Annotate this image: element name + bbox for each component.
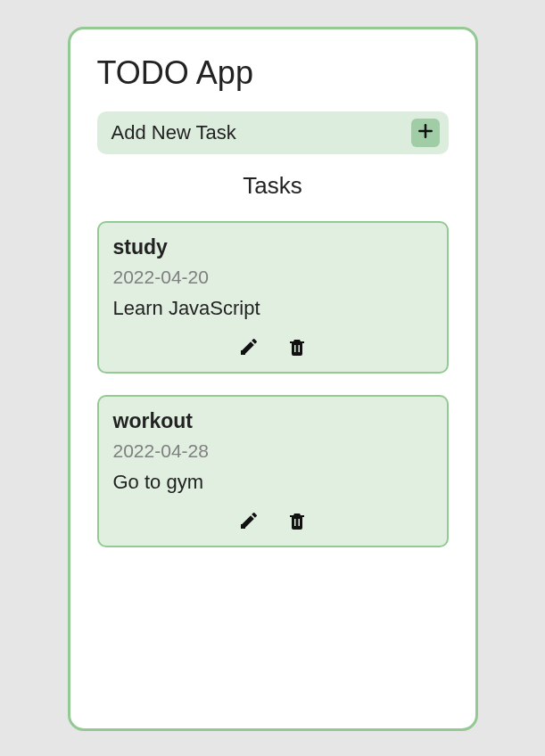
- edit-task-button[interactable]: [238, 336, 260, 361]
- delete-task-button[interactable]: [286, 510, 308, 535]
- trash-icon: [286, 510, 308, 535]
- task-title: study: [113, 235, 433, 259]
- task-date: 2022-04-28: [113, 440, 433, 462]
- edit-task-button[interactable]: [238, 510, 260, 535]
- add-task-label: Add New Task: [111, 121, 236, 144]
- task-actions: [113, 336, 433, 361]
- app-container: TODO App Add New Task Tasks study 2022-0…: [68, 27, 478, 731]
- edit-icon: [238, 336, 260, 361]
- plus-icon: [417, 122, 434, 144]
- task-actions: [113, 510, 433, 535]
- delete-task-button[interactable]: [286, 336, 308, 361]
- app-title: TODO App: [97, 54, 449, 92]
- tasks-heading: Tasks: [97, 172, 449, 200]
- add-task-button[interactable]: [411, 119, 440, 147]
- task-date: 2022-04-20: [113, 267, 433, 288]
- add-task-bar[interactable]: Add New Task: [97, 111, 449, 154]
- task-card: workout 2022-04-28 Go to gym: [97, 395, 449, 547]
- tasks-list: study 2022-04-20 Learn JavaScript: [97, 221, 449, 547]
- task-description: Learn JavaScript: [113, 297, 433, 320]
- task-card: study 2022-04-20 Learn JavaScript: [97, 221, 449, 374]
- edit-icon: [238, 510, 260, 535]
- task-title: workout: [113, 409, 433, 433]
- task-description: Go to gym: [113, 471, 433, 494]
- trash-icon: [286, 336, 308, 361]
